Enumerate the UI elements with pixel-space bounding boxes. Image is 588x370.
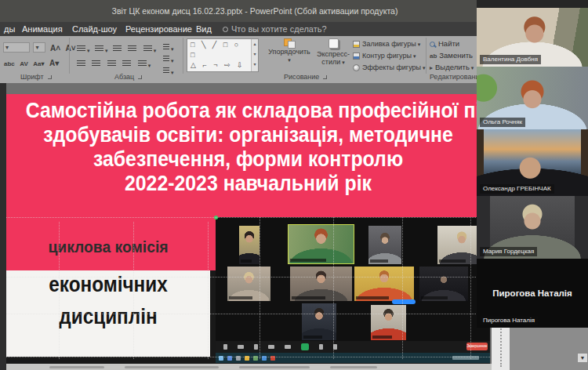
shape-fill-icon — [353, 41, 360, 48]
shape-effects-icon — [353, 64, 360, 71]
find-label: Найти — [438, 39, 459, 48]
dotted-gridline — [133, 222, 134, 359]
font-name-box[interactable]: ▾ — [3, 42, 30, 53]
columns-icon[interactable] — [138, 60, 147, 67]
strikethrough-icon[interactable]: abc — [4, 60, 15, 67]
participant-video[interactable]: Мария Гордецкая — [477, 196, 588, 259]
meeting-tile-active-speaker — [288, 224, 354, 264]
replace-icon: ab — [430, 51, 437, 62]
tab-view[interactable]: Вид — [196, 22, 212, 36]
justify-icon[interactable] — [122, 60, 131, 67]
dialog-launcher-icon[interactable] — [323, 75, 327, 79]
font-group-label: Шрифт — [20, 73, 52, 81]
ribbon: ▾ ▾ A˄ A˅ abc AV Aa▾ A▾ ▾ ▾ ▾ — [0, 36, 492, 83]
align-left-icon[interactable] — [77, 60, 85, 67]
arrange-button[interactable]: Упорядочить▾ — [265, 38, 314, 64]
font-color-icon[interactable]: A▾ — [49, 59, 59, 67]
change-case-icon[interactable]: Aa▾ — [33, 60, 44, 67]
font-size-box[interactable]: ▾ — [33, 42, 45, 53]
group-separator — [426, 38, 426, 74]
shape-effects-button[interactable]: Эффекты фигуры ▾ — [353, 63, 427, 73]
tab-animation[interactable]: Анимация — [22, 22, 63, 36]
dotted-gridline — [333, 217, 334, 359]
embedded-zoom-toolbar: Завершение — [216, 341, 490, 353]
mic-icon — [223, 344, 227, 350]
meeting-tile — [227, 267, 270, 301]
window-titlebar: Звіт ЦК економ дисц 16.02.23.pptx - Powe… — [0, 0, 510, 22]
font-group-controls-2: abc AV Aa▾ A▾ — [3, 55, 60, 69]
paragraph-group-row1: ▾ ▾ ▾ — [75, 42, 156, 56]
share-screen-icon — [301, 343, 309, 350]
meeting-tile — [371, 305, 406, 340]
tell-me-search[interactable]: Что вы хотите сделать? — [223, 22, 327, 36]
tab-transitions-partial[interactable]: ды — [4, 22, 15, 36]
chat-icon — [285, 345, 291, 349]
participant-name-tag: Олександр ГРЕБІНЧАК — [480, 184, 554, 194]
shapes-scrollbar[interactable]: ▴▾▾ — [251, 39, 258, 71]
slide-title: Самостійна робота як складова професійно… — [6, 99, 490, 196]
tab-slideshow[interactable]: Слайд-шоу — [72, 22, 117, 36]
participants-icon — [268, 345, 274, 349]
powerpoint-window: Звіт ЦК економ дисц 16.02.23.pptx - Powe… — [0, 0, 510, 370]
indent-increase-icon[interactable] — [128, 45, 136, 53]
shape-fill-button[interactable]: Заливка фигуры ▾ — [353, 39, 427, 49]
shape-outline-button[interactable]: Контур фигуры ▾ — [353, 51, 427, 61]
tab-review[interactable]: Рецензирование — [125, 22, 192, 36]
shapes-row-2: △ ⌐ ¬ ⇨ ⇩ ◇ — [191, 60, 250, 72]
tile-name-tag — [356, 296, 389, 299]
meeting-tile — [354, 267, 414, 301]
dotted-gridline — [470, 217, 471, 359]
camera-off-display-name: Пирогова Наталія — [477, 288, 588, 298]
tile-name-tag — [372, 336, 392, 339]
align-right-icon[interactable] — [107, 60, 116, 67]
slide-title-line-3: забезпечення, форми контролю — [26, 147, 471, 172]
meeting-tile — [302, 303, 336, 340]
dotted-gridline — [6, 357, 490, 357]
char-spacing-icon[interactable]: AV — [20, 60, 28, 67]
dotted-gridline — [208, 222, 209, 359]
security-icon — [254, 344, 258, 350]
dialog-launcher-icon[interactable] — [138, 75, 142, 79]
shapes-gallery[interactable]: □ ╲ ╱ □ ○ □ △ ⌐ ¬ ⇨ ⇩ ◇ ☆ ~ ( { } ☆ ▴▾▾ — [187, 38, 259, 72]
lightbulb-icon — [223, 27, 228, 32]
dialog-launcher-icon[interactable] — [48, 75, 52, 79]
quick-styles-button[interactable]: Экспресс- стили ▾ — [315, 38, 351, 67]
grow-font-icon[interactable]: A˄ — [50, 44, 60, 53]
workspace-band — [0, 83, 510, 94]
arrange-label: Упорядочить — [268, 48, 310, 56]
slide-title-line-4: 2022-2023 навчальний рік — [26, 172, 471, 196]
shapes-row-1: □ ╲ ╱ □ ○ □ — [191, 40, 250, 60]
tile-name-tag — [439, 259, 466, 263]
align-center-icon[interactable] — [92, 60, 100, 67]
participant-video-camera-off[interactable]: Пирогова Наталія Пирогова Наталія — [477, 259, 588, 328]
participant-video[interactable]: Ольга Рочняк — [477, 67, 588, 129]
camera-icon — [238, 345, 244, 349]
numbering-icon[interactable] — [95, 45, 103, 53]
meeting-tile — [368, 226, 401, 264]
group-separator — [183, 38, 183, 74]
smartart-convert-icon[interactable]: ▾ — [162, 63, 174, 78]
participant-video[interactable]: Валентина Довбня — [477, 8, 588, 67]
slide-canvas[interactable]: Самостійна робота як складова професійно… — [6, 94, 490, 364]
dotted-gridline — [6, 277, 490, 278]
dotted-gridline — [402, 217, 403, 359]
paragraph-group-label: Абзац — [114, 73, 142, 81]
embedded-windows-taskbar — [216, 353, 490, 363]
participant-video[interactable]: Олександр ГРЕБІНЧАК — [477, 129, 588, 196]
participants-sidebar: Валентина Довбня Ольга Рочняк Олександр … — [477, 8, 588, 328]
status-bar — [6, 364, 492, 370]
drawing-group-label: Рисование — [284, 73, 327, 81]
quick-styles-icon — [328, 38, 339, 49]
indent-decrease-icon[interactable] — [113, 45, 122, 53]
ribbon-tab-bar: ды Анимация Слайд-шоу Рецензирование Вид… — [0, 22, 510, 36]
bullets-icon[interactable] — [77, 45, 85, 53]
select-label: Выделить — [435, 63, 470, 71]
dotted-gridline — [59, 222, 60, 359]
shape-fill-label: Заливка фигуры — [362, 40, 416, 48]
line-spacing-icon[interactable] — [143, 45, 152, 53]
replace-label: Заменить — [439, 51, 473, 60]
shape-outline-label: Контур фигуры — [362, 52, 412, 60]
shrink-font-icon[interactable]: A˅ — [65, 44, 75, 53]
collapse-panel-button[interactable]: ▼ — [577, 353, 588, 363]
tile-name-tag — [292, 296, 325, 299]
